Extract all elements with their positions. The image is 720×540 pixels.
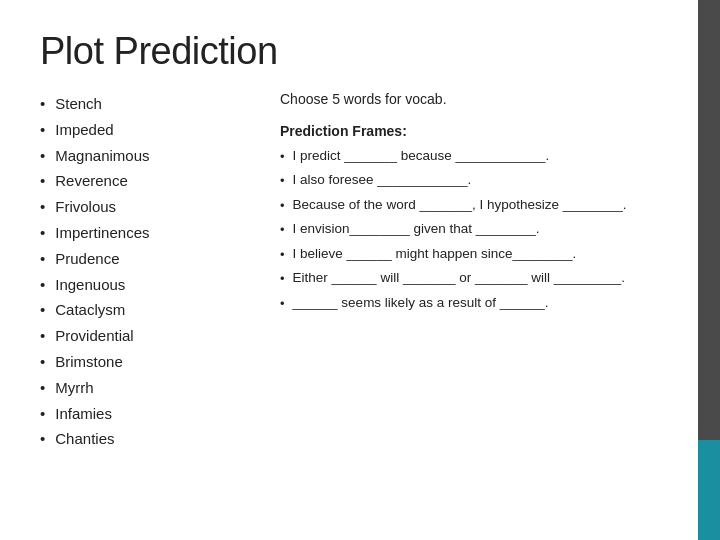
vocab-list-item: Infamies — [40, 401, 260, 427]
vocab-list-item: Impertinences — [40, 220, 260, 246]
teal-sidebar-bar — [698, 440, 720, 540]
dark-sidebar-bar — [698, 0, 720, 440]
prediction-frame-item: I also foresee ____________. — [280, 169, 690, 191]
prediction-frame-item: ______ seems likely as a result of _____… — [280, 292, 690, 314]
slide: Plot Prediction StenchImpededMagnanimous… — [0, 0, 720, 540]
choose-label: Choose 5 words for vocab. — [280, 91, 690, 107]
right-panel: Choose 5 words for vocab. Prediction Fra… — [280, 91, 690, 520]
vocab-list-item: Reverence — [40, 168, 260, 194]
vocab-list-item: Ingenuous — [40, 272, 260, 298]
vocab-list-item: Magnanimous — [40, 143, 260, 169]
vocab-list-item: Impeded — [40, 117, 260, 143]
prediction-frame-item: I believe ______ might happen since_____… — [280, 243, 690, 265]
vocab-list-item: Providential — [40, 323, 260, 349]
prediction-frames-title: Prediction Frames: — [280, 123, 690, 139]
vocab-list-item: Brimstone — [40, 349, 260, 375]
prediction-section: Prediction Frames: I predict _______ bec… — [280, 123, 690, 316]
vocab-list-item: Frivolous — [40, 194, 260, 220]
vocab-list: StenchImpededMagnanimousReverenceFrivolo… — [40, 91, 260, 520]
vocab-list-item: Myrrh — [40, 375, 260, 401]
prediction-frame-item: I envision________ given that ________. — [280, 218, 690, 240]
prediction-frame-item: Either ______ will _______ or _______ wi… — [280, 267, 690, 289]
prediction-list: I predict _______ because ____________.I… — [280, 145, 690, 314]
vocab-list-item: Cataclysm — [40, 297, 260, 323]
prediction-frame-item: I predict _______ because ____________. — [280, 145, 690, 167]
vocab-list-item: Stench — [40, 91, 260, 117]
vocab-list-item: Prudence — [40, 246, 260, 272]
page-title: Plot Prediction — [40, 30, 690, 73]
prediction-frame-item: Because of the word _______, I hypothesi… — [280, 194, 690, 216]
content-area: StenchImpededMagnanimousReverenceFrivolo… — [40, 91, 690, 520]
vocab-list-item: Chanties — [40, 426, 260, 452]
